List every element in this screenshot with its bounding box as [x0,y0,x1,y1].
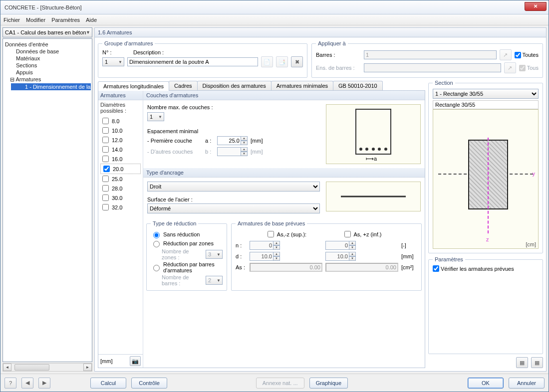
diameter-option[interactable]: 30.0 [100,193,141,202]
diametres-label: Diamètres possibles : [98,100,143,115]
tree-horizontal-scrollbar[interactable]: ◄ ► [2,363,92,372]
steel-surface-select[interactable]: Déformé [147,203,320,213]
diameter-option[interactable]: 25.0 [100,174,141,184]
svg-rect-0 [356,109,391,154]
tree-item[interactable]: Appuis [4,69,91,76]
svg-text:⟼a: ⟼a [366,156,377,162]
anchorage-diagram [326,182,421,211]
svg-point-3 [372,148,375,151]
desc-label: Description : [133,49,164,55]
as-sup-value [250,263,322,272]
tree-item-selected[interactable]: 1 - Dimensionnement de la p [11,83,91,90]
n-sup-input[interactable]: ▲▼ [250,241,322,250]
window-title: CONCRETE - [Structure-Béton] [4,4,82,10]
close-icon[interactable]: ✕ [525,2,547,11]
pick-barres-icon[interactable]: ↗ [500,49,512,60]
section-name: Rectangle 30/55 [433,100,539,109]
navigation-tree[interactable]: Données d'entrée Données de base Matéria… [2,38,92,362]
menu-fichier[interactable]: Fichier [3,17,20,23]
chevron-down-icon: ▼ [86,30,90,35]
tree-item[interactable]: Données de base [4,48,91,55]
pick-ens-icon[interactable]: ↗ [504,62,516,73]
delete-group-icon[interactable]: ✖ [291,56,303,67]
tab-disposition[interactable]: Disposition des armatures [197,81,272,90]
toutes-checkbox[interactable]: Toutes [515,52,539,58]
radio-sans-reduction[interactable]: Sans réduction [151,230,223,238]
ens-label: Ens. de barres : [316,65,361,71]
d-sup-input[interactable]: ▲▼ [250,252,322,261]
diameter-option[interactable]: 8.0 [100,116,141,126]
scroll-left-icon[interactable]: ◄ [3,364,11,371]
graphique-button[interactable]: Graphique [309,378,348,389]
parametres-fieldset: Paramètres Vérifier les armatures prévue… [428,256,543,354]
diameter-option[interactable]: 20.0 [100,164,141,174]
surface-label: Surface de l'acier : [147,196,320,202]
menu-modifier[interactable]: Modifier [26,17,45,23]
as-sup-checkbox[interactable]: As,-z (sup.): [250,229,322,239]
help-icon[interactable]: ? [4,378,16,389]
diameter-list[interactable]: 8.010.012.014.016.020.025.028.030.032.0 [98,115,143,354]
tab-longitudinales[interactable]: Armatures longitudinales [98,81,169,91]
diameter-option[interactable]: 14.0 [100,145,141,154]
tous-checkbox: Tous [519,65,539,71]
diameter-option[interactable]: 10.0 [100,126,141,135]
diameter-option[interactable]: 28.0 [100,184,141,193]
spacing-a-input[interactable]: ▲▼ [217,136,248,145]
no-label: N° : [102,49,124,55]
radio-reduction-zones[interactable]: Réduction par zones [151,239,223,247]
tree-root[interactable]: Données d'entrée [4,41,91,48]
section-select[interactable]: 1 - Rectangle 30/55 [433,89,539,99]
svg-point-1 [359,148,362,151]
barres-input [364,50,497,59]
tool-btn-1-icon[interactable]: ▦ [516,357,528,368]
armatures-header: Armatures [98,91,143,100]
calcul-button[interactable]: Calcul [90,378,126,389]
radio-reduction-barres[interactable]: Réduction par barres d'armatures [151,261,223,273]
section-fieldset: Section 1 - Rectangle 30/55 Rectangle 30… [428,80,543,253]
controle-button[interactable]: Contrôle [131,378,167,389]
case-selector[interactable]: CA1 - Calcul des barres en béton ▼ [2,27,92,37]
tree-item[interactable]: Matériaux [4,55,91,62]
barres-label: Barres : [316,52,361,58]
menu-parametres[interactable]: Paramètres [51,17,80,23]
d-inf-input[interactable]: ▲▼ [325,252,398,261]
couches-header: Couches d'armatures [143,91,425,100]
reduction-fieldset: Type de réduction Sans réduction Réducti… [146,220,227,291]
diameter-option[interactable]: 32.0 [100,202,141,212]
n-inf-input[interactable]: ▲▼ [325,241,398,250]
diameter-option[interactable]: 16.0 [100,154,141,164]
page-title: 1.6 Armatures [94,27,547,37]
scroll-right-icon[interactable]: ► [83,364,92,371]
as-inf-value [325,263,398,272]
tab-minimales[interactable]: Armatures minimales [271,81,333,90]
nb-couches-select[interactable]: 1▼ [147,112,164,121]
svg-point-4 [378,148,381,151]
ens-input [364,63,501,72]
group-number-select[interactable]: 1▼ [102,57,124,66]
menu-bar: Fichier Modifier Paramètres Aide [0,14,549,25]
scroll-thumb[interactable] [14,364,49,371]
new-group-icon[interactable]: 📄 [261,56,273,67]
diameter-option[interactable]: 12.0 [100,135,141,145]
annuler-button[interactable]: Annuler [509,378,545,389]
tab-gb50010[interactable]: GB 50010-2010 [333,81,383,90]
prev-icon[interactable]: ◀ [21,378,33,389]
ok-button[interactable]: OK [468,378,504,389]
apply-to-fieldset: Appliquer à Barres : ↗ Toutes Ens. de ba… [311,40,543,78]
anchorage-type-select[interactable]: Droit [147,182,320,192]
diameter-settings-icon[interactable]: 📷 [130,356,141,366]
next-icon[interactable]: ▶ [38,378,50,389]
menu-aide[interactable]: Aide [86,17,97,23]
tool-btn-2-icon[interactable]: ▦ [531,357,543,368]
as-inf-checkbox[interactable]: As, +z (inf.) [325,229,398,239]
description-input[interactable] [127,57,258,66]
section-preview: y z [cm] [433,109,539,249]
annexe-button: Annexe nat. ... [256,378,304,389]
tab-cadres[interactable]: Cadres [169,81,197,90]
spacing-b-input: ▲▼ [217,147,248,156]
tree-armatures[interactable]: ⊟ Armatures [4,76,91,83]
svg-point-5 [384,148,387,151]
copy-group-icon[interactable]: 📑 [276,56,288,67]
verify-checkbox[interactable]: Vérifier les armatures prévues [433,265,539,272]
tree-item[interactable]: Sections [4,62,91,69]
